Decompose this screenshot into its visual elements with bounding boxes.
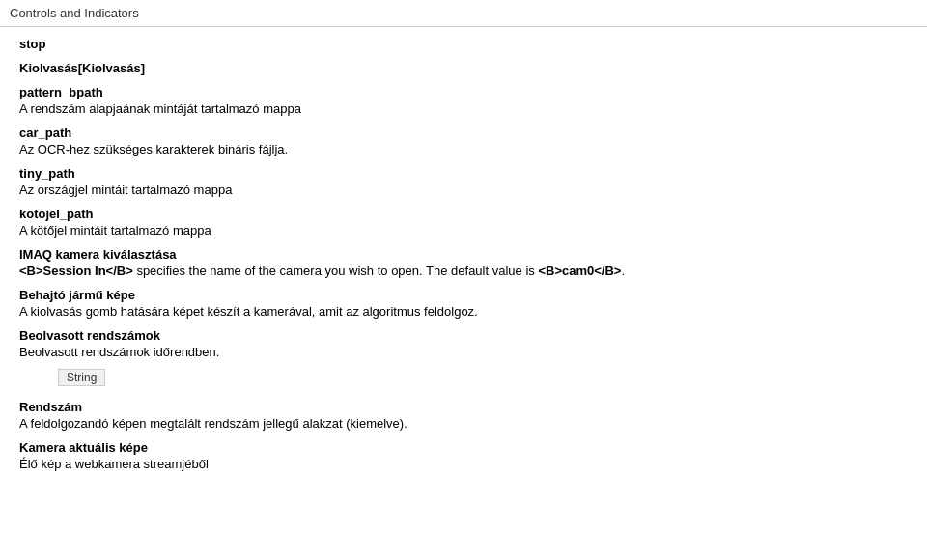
- entry-title-beolvasott: Beolvasott rendszámok: [19, 328, 908, 343]
- entry-desc-kamera: Élő kép a webkamera streamjéből: [19, 457, 908, 471]
- entry-pattern-bpath: pattern_bpath A rendszám alapjaának mint…: [19, 85, 908, 116]
- entry-kotojel-path: kotojel_path A kötőjel mintáit tartalmaz…: [19, 207, 908, 238]
- entry-rendszam: Rendszám A feldolgozandó képen megtalált…: [19, 400, 908, 431]
- entry-title-rendszam: Rendszám: [19, 400, 908, 414]
- entry-desc-imaq: <B>Session In</B> specifies the name of …: [19, 264, 908, 278]
- entry-title-behajtó: Behajtó jármű képe: [19, 288, 908, 302]
- entry-title-pattern-bpath: pattern_bpath: [19, 85, 908, 99]
- entry-car-path: car_path Az OCR-hez szükséges karakterek…: [19, 126, 908, 156]
- desc-bold-2: <B>cam0</B>: [538, 264, 621, 278]
- content-area: stop Kiolvasás[Kiolvasás] pattern_bpath …: [0, 27, 927, 490]
- entry-desc-tiny-path: Az országjel mintáit tartalmazó mappa: [19, 182, 908, 197]
- entry-behajtó: Behajtó jármű képe A kiolvasás gomb hatá…: [19, 288, 908, 319]
- entry-kamera: Kamera aktuális képe Élő kép a webkamera…: [19, 440, 908, 471]
- entry-desc-car-path: Az OCR-hez szükséges karakterek bináris …: [19, 142, 908, 156]
- entry-tiny-path: tiny_path Az országjel mintáit tartalmaz…: [19, 166, 908, 197]
- entry-beolvasott: Beolvasott rendszámok Beolvasott rendszá…: [19, 328, 908, 359]
- page-header: Controls and Indicators: [0, 0, 927, 27]
- entry-desc-rendszam: A feldolgozandó képen megtalált rendszám…: [19, 416, 908, 431]
- entry-string-badge-row: String: [19, 369, 908, 390]
- entry-imaq: IMAQ kamera kiválasztása <B>Session In</…: [19, 247, 908, 278]
- entry-desc-kotojel-path: A kötőjel mintáit tartalmazó mappa: [19, 223, 908, 238]
- page-title: Controls and Indicators: [10, 6, 139, 20]
- entry-title-tiny-path: tiny_path: [19, 166, 908, 181]
- entry-title-imaq: IMAQ kamera kiválasztása: [19, 247, 908, 262]
- string-type-badge: String: [58, 369, 105, 386]
- entry-title-kotojel-path: kotojel_path: [19, 207, 908, 221]
- entry-desc-pattern-bpath: A rendszám alapjaának mintáját tartalmaz…: [19, 101, 908, 116]
- entry-stop: stop: [19, 37, 908, 51]
- desc-bold-1: <B>Session In</B>: [19, 264, 133, 278]
- entry-title-stop: stop: [19, 37, 908, 51]
- entry-desc-beolvasott: Beolvasott rendszámok időrendben.: [19, 345, 908, 359]
- entry-title-car-path: car_path: [19, 126, 908, 140]
- entry-title-kamera: Kamera aktuális képe: [19, 440, 908, 455]
- entry-title-kiolvasas: Kiolvasás[Kiolvasás]: [19, 61, 908, 75]
- entry-desc-behajtó: A kiolvasás gomb hatására képet készít a…: [19, 304, 908, 319]
- entry-kiolvasas: Kiolvasás[Kiolvasás]: [19, 61, 908, 75]
